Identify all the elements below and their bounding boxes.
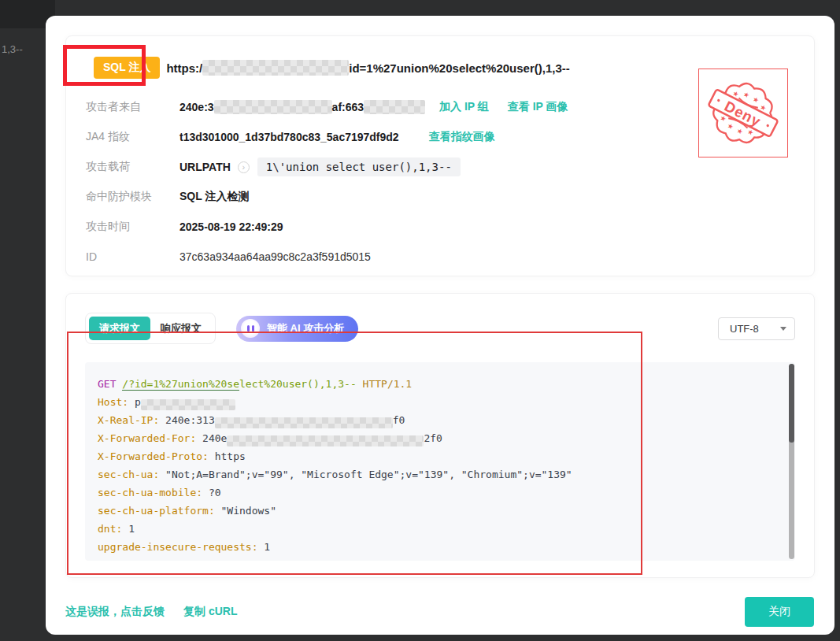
code-line: X-Forwarded-Proto: https — [98, 447, 779, 465]
packet-tabs: 请求报文 响应报文 — [85, 313, 216, 344]
row-attack-time: 攻击时间 2025-08-19 22:49:29 — [86, 212, 795, 242]
code-segment: 2f0 — [424, 432, 442, 444]
code-scrollbar-thumb[interactable] — [789, 364, 794, 443]
code-segment: /?id=1%27union%20se — [122, 378, 239, 391]
code-segment: https — [209, 450, 246, 462]
row-attacker-source: 攻击者来自 240e:3af:663 加入 IP 组 查看 IP 画像 — [86, 92, 795, 122]
code-segment — [357, 378, 363, 390]
redacted-code — [141, 399, 235, 410]
ai-attack-analysis-button[interactable]: 智能 AI 攻击分析 — [236, 316, 358, 342]
attack-url-query: id=1%27union%20select%20user(),1,3-- — [349, 61, 570, 75]
code-segment: 1 — [258, 541, 271, 553]
code-segment: dnt: — [98, 523, 122, 535]
payload-location: URLPATH — [179, 161, 231, 173]
code-line: dnt: 1 — [98, 520, 779, 538]
code-segment: sec-ch-ua: — [98, 469, 159, 480]
code-line: upgrade-insecure-requests: 1 — [98, 538, 779, 556]
code-line: X-Real-IP: 240e:313f0 — [98, 411, 779, 429]
time-label: 攻击时间 — [86, 220, 179, 234]
redacted-ip-1 — [214, 100, 332, 114]
packet-card: 请求报文 响应报文 智能 AI 攻击分析 UTF-8 GET /?id=1%27… — [65, 293, 815, 578]
id-value: 37c63a934aa64aa99c8c2a3f591d5015 — [179, 250, 371, 263]
time-value: 2025-08-19 22:49:29 — [179, 220, 283, 233]
url-row: SQL 注入 https:/id=1%27union%20select%20us… — [94, 57, 795, 79]
code-segment: X-Real-IP: — [98, 414, 159, 426]
svg-text:★: ★ — [726, 121, 735, 132]
view-ip-portrait-link[interactable]: 查看 IP 画像 — [508, 100, 568, 114]
code-segment: 1 — [122, 523, 135, 535]
background-page-text: 1,3-- — [2, 43, 23, 55]
attacker-ip: 240e:3af:663 — [179, 100, 425, 114]
code-segment: GET — [98, 378, 116, 390]
code-segment: f0 — [393, 414, 405, 426]
ja4-label: JA4 指纹 — [86, 130, 179, 144]
attacker-ip-part1: 240e:3 — [179, 101, 214, 113]
packet-toolbar: 请求报文 响应报文 智能 AI 攻击分析 UTF-8 — [85, 313, 795, 344]
ai-button-label: 智能 AI 攻击分析 — [267, 321, 344, 335]
http-request-code: GET /?id=1%27union%20select%20user(),1,3… — [98, 375, 779, 561]
code-segment: "Not;A=Brand";v="99", "Microsoft Edge";v… — [159, 469, 572, 480]
payload-label: 攻击载荷 — [86, 160, 179, 174]
http-request-viewer[interactable]: GET /?id=1%27union%20select%20user(),1,3… — [85, 362, 795, 561]
svg-text:★: ★ — [735, 126, 745, 136]
redacted-code — [227, 435, 424, 446]
view-fingerprint-portrait-link[interactable]: 查看指纹画像 — [429, 130, 495, 144]
attack-summary-card: SQL 注入 https:/id=1%27union%20select%20us… — [65, 35, 815, 276]
svg-text:★: ★ — [742, 90, 751, 100]
code-line: sec-ch-ua-mobile: ?0 — [98, 484, 779, 502]
close-button[interactable]: 关闭 — [745, 597, 814, 627]
deny-stamp-box: ★★★★★★★★Deny — [698, 69, 788, 157]
code-line: sec-ch-ua: "Not;A=Brand";v="99", "Micros… — [98, 465, 779, 484]
chevron-down-icon — [780, 327, 786, 331]
code-segment: sec-ch-ua-platform: — [98, 505, 215, 517]
attack-url-prefix: https:/ — [166, 61, 202, 75]
code-scrollbar-track — [789, 364, 794, 559]
attack-detail-modal: SQL 注入 https:/id=1%27union%20select%20us… — [46, 16, 834, 635]
code-line: X-Forwarded-For: 240e2f0 — [98, 429, 779, 447]
row-event-id: ID 37c63a934aa64aa99c8c2a3f591d5015 — [86, 242, 795, 272]
code-segment: p — [128, 396, 141, 408]
svg-text:★: ★ — [751, 94, 760, 105]
detail-rows: 攻击者来自 240e:3af:663 加入 IP 组 查看 IP 画像 JA4 … — [86, 92, 795, 272]
false-positive-feedback-link[interactable]: 这是误报，点击反馈 — [65, 605, 165, 619]
copy-curl-link[interactable]: 复制 cURL — [183, 605, 237, 619]
code-segment: 240e:313 — [159, 414, 214, 426]
code-segment: 240e — [196, 432, 227, 444]
attacker-source-label: 攻击者来自 — [86, 100, 179, 114]
id-label: ID — [86, 250, 179, 263]
redacted-ip-2 — [364, 100, 425, 114]
encoding-selected-value: UTF-8 — [730, 323, 759, 335]
payload-expand-icon[interactable]: › — [238, 161, 250, 173]
ai-robot-icon — [241, 319, 260, 338]
payload-value-chip: 1\'union select user(),1,3-- — [257, 157, 461, 176]
code-segment: upgrade-insecure-requests: — [98, 541, 258, 553]
code-segment: Host: — [98, 396, 128, 408]
code-line: Host: p — [98, 393, 779, 411]
deny-stamp-icon: ★★★★★★★★Deny — [699, 69, 787, 157]
attack-type-badge: SQL 注入 — [94, 57, 160, 79]
tab-response-packet[interactable]: 响应报文 — [150, 317, 212, 340]
row-attack-payload: 攻击载荷 URLPATH › 1\'union select user(),1,… — [86, 152, 795, 182]
redacted-host — [202, 60, 349, 76]
encoding-select[interactable]: UTF-8 — [718, 317, 795, 340]
code-segment: X-Forwarded-For: — [98, 432, 196, 444]
ja4-value: t13d301000_1d37bd780c83_5ac7197df9d2 — [179, 131, 399, 143]
row-protection-module: 命中防护模块 SQL 注入检测 — [86, 182, 795, 212]
tab-request-packet[interactable]: 请求报文 — [89, 317, 150, 340]
module-value: SQL 注入检测 — [179, 190, 249, 204]
code-segment: HTTP/1.1 — [363, 378, 413, 390]
code-segment: Mozilla/5.0 (Windows NT 10.0; Win64; x64… — [165, 559, 769, 561]
join-ip-group-link[interactable]: 加入 IP 组 — [439, 100, 489, 114]
redacted-code — [215, 417, 393, 428]
row-ja4-fingerprint: JA4 指纹 t13d301000_1d37bd780c83_5ac7197df… — [86, 122, 795, 152]
module-label: 命中防护模块 — [86, 190, 179, 204]
code-segment: user-agent: — [98, 559, 165, 561]
code-segment: X-Forwarded-Proto: — [98, 450, 209, 462]
code-line: sec-ch-ua-platform: "Windows" — [98, 502, 779, 520]
code-segment: lect%20user(),1,3-- — [239, 378, 357, 390]
code-segment: sec-ch-ua-mobile: — [98, 487, 202, 498]
modal-footer: 这是误报，点击反馈 复制 cURL 关闭 — [65, 597, 814, 627]
attack-url: https:/id=1%27union%20select%20user(),1,… — [166, 60, 569, 76]
code-segment: "Windows" — [215, 505, 276, 517]
code-line: GET /?id=1%27union%20select%20user(),1,3… — [98, 375, 779, 393]
